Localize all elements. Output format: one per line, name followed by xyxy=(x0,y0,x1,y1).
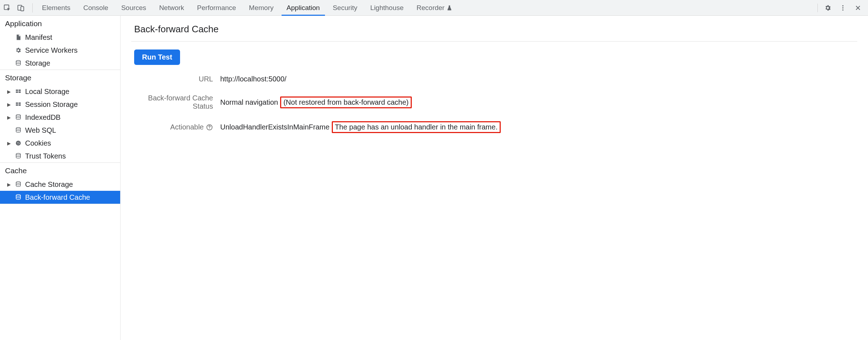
content-pane: Back-forward Cache Run Test URL http://l… xyxy=(121,16,868,340)
svg-point-22 xyxy=(16,154,20,155)
svg-point-20 xyxy=(18,143,18,144)
file-icon xyxy=(14,34,22,41)
sidebar-item-storage[interactable]: Storage xyxy=(0,57,120,70)
svg-point-21 xyxy=(19,143,20,144)
kv-label: Actionable xyxy=(134,123,220,131)
table-icon xyxy=(14,101,22,108)
flask-icon xyxy=(447,5,452,11)
database-icon xyxy=(14,194,22,200)
actionable-highlight-text: The page has an unload handler in the ma… xyxy=(332,121,501,133)
application-sidebar: Application Manifest Service Workers Sto… xyxy=(0,16,121,340)
svg-rect-10 xyxy=(19,91,21,93)
svg-point-17 xyxy=(16,141,21,146)
svg-rect-13 xyxy=(16,104,18,106)
kv-label: URL xyxy=(134,75,220,83)
svg-rect-7 xyxy=(16,90,18,91)
table-icon xyxy=(14,88,22,95)
section-separator xyxy=(0,204,120,204)
svg-point-15 xyxy=(16,115,20,117)
tab-label: Application xyxy=(287,4,320,12)
sidebar-section-header: Storage xyxy=(0,70,120,85)
sidebar-item-local-storage[interactable]: ▸ Local Storage xyxy=(0,85,120,98)
kv-label: Back-forward Cache Status xyxy=(134,94,220,110)
sidebar-section-header: Cache xyxy=(0,163,120,178)
sidebar-item-session-storage[interactable]: ▸ Session Storage xyxy=(0,98,120,111)
tab-recorder[interactable]: Recorder xyxy=(410,0,459,15)
svg-point-19 xyxy=(18,142,19,143)
tab-elements[interactable]: Elements xyxy=(36,0,77,15)
expand-arrow-icon[interactable]: ▸ xyxy=(6,112,11,122)
svg-point-24 xyxy=(16,195,20,197)
tab-label: Security xyxy=(333,4,358,12)
svg-point-26 xyxy=(209,128,210,129)
sidebar-item-cache-storage[interactable]: ▸ Cache Storage xyxy=(0,178,120,191)
sidebar-item-label: Manifest xyxy=(25,32,52,42)
tab-sources[interactable]: Sources xyxy=(115,0,153,15)
tab-lighthouse[interactable]: Lighthouse xyxy=(364,0,410,15)
sidebar-item-label: Back-forward Cache xyxy=(25,192,90,202)
svg-rect-11 xyxy=(16,103,18,104)
expand-arrow-icon[interactable]: ▸ xyxy=(6,86,11,96)
tab-security[interactable]: Security xyxy=(326,0,364,15)
kebab-menu-icon[interactable] xyxy=(839,4,847,12)
tab-label: Sources xyxy=(121,4,146,12)
devtools-tabs: Elements Console Sources Network Perform… xyxy=(36,0,817,15)
status-main-text: Normal navigation xyxy=(220,98,278,107)
sidebar-item-label: Cookies xyxy=(25,138,51,148)
kv-row-actionable: Actionable UnloadHandlerExistsInMainFram… xyxy=(134,121,857,133)
kv-value: Normal navigation (Not restored from bac… xyxy=(220,96,412,108)
tab-memory[interactable]: Memory xyxy=(242,0,280,15)
svg-point-16 xyxy=(16,128,20,129)
sidebar-item-label: Cache Storage xyxy=(25,179,73,189)
tab-label: Network xyxy=(159,4,184,12)
sidebar-item-trust-tokens[interactable]: Trust Tokens xyxy=(0,150,120,162)
device-toggle-icon[interactable] xyxy=(16,4,25,12)
actionable-reason-code: UnloadHandlerExistsInMainFrame xyxy=(220,123,330,131)
svg-rect-2 xyxy=(21,6,24,11)
tab-label: Recorder xyxy=(416,4,444,12)
tab-network[interactable]: Network xyxy=(153,0,191,15)
expand-arrow-icon[interactable]: ▸ xyxy=(6,179,11,189)
gear-icon xyxy=(14,47,22,53)
tab-application[interactable]: Application xyxy=(280,0,326,15)
tab-console[interactable]: Console xyxy=(77,0,115,15)
sidebar-item-service-workers[interactable]: Service Workers xyxy=(0,44,120,57)
devtools-toolbar: Elements Console Sources Network Perform… xyxy=(0,0,868,16)
sidebar-item-label: Web SQL xyxy=(25,125,56,135)
tab-performance[interactable]: Performance xyxy=(190,0,242,15)
help-icon[interactable] xyxy=(206,124,213,131)
sidebar-item-bfcache[interactable]: Back-forward Cache xyxy=(0,191,120,204)
toolbar-divider xyxy=(32,3,33,13)
kv-value: UnloadHandlerExistsInMainFrame The page … xyxy=(220,121,501,133)
database-icon xyxy=(14,181,22,188)
sidebar-item-label: IndexedDB xyxy=(25,112,61,122)
sidebar-item-indexeddb[interactable]: ▸ IndexedDB xyxy=(0,111,120,124)
sidebar-item-label: Service Workers xyxy=(25,45,77,55)
svg-rect-9 xyxy=(16,91,18,93)
svg-point-3 xyxy=(842,5,843,6)
bfcache-details: URL http://localhost:5000/ Back-forward … xyxy=(134,75,857,133)
status-highlight-text: (Not restored from back-forward cache) xyxy=(280,96,412,108)
sidebar-item-manifest[interactable]: Manifest xyxy=(0,31,120,44)
database-icon xyxy=(14,127,22,133)
expand-arrow-icon[interactable]: ▸ xyxy=(6,138,11,148)
tab-label: Performance xyxy=(197,4,236,12)
main-area: Application Manifest Service Workers Sto… xyxy=(0,16,868,340)
inspect-element-icon[interactable] xyxy=(3,4,11,12)
kv-value: http://localhost:5000/ xyxy=(220,75,287,83)
sidebar-item-websql[interactable]: Web SQL xyxy=(0,124,120,137)
sidebar-section-header: Application xyxy=(0,16,120,31)
database-icon xyxy=(14,153,22,159)
sidebar-item-cookies[interactable]: ▸ Cookies xyxy=(0,137,120,150)
svg-point-18 xyxy=(17,142,18,143)
database-icon xyxy=(14,60,22,66)
actionable-label-text: Actionable xyxy=(170,123,204,131)
sidebar-item-label: Session Storage xyxy=(25,99,78,109)
svg-rect-14 xyxy=(19,104,21,106)
close-icon[interactable] xyxy=(854,4,862,12)
run-test-button[interactable]: Run Test xyxy=(134,49,180,65)
svg-point-5 xyxy=(842,9,843,10)
expand-arrow-icon[interactable]: ▸ xyxy=(6,99,11,109)
svg-point-4 xyxy=(842,7,843,8)
settings-gear-icon[interactable] xyxy=(824,4,832,12)
